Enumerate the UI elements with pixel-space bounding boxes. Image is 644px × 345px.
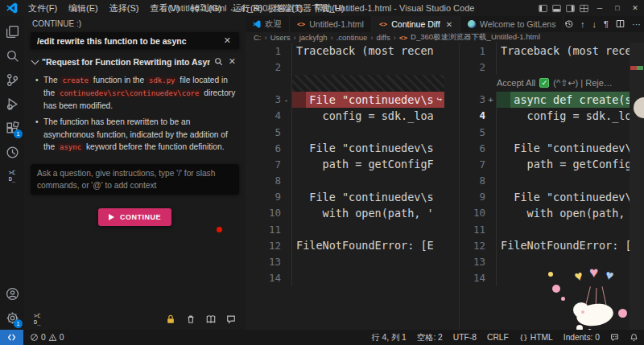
breadcrumb-item[interactable]: jackyfgh xyxy=(299,33,328,42)
code-text[interactable]: path = getConfigF xyxy=(496,156,638,172)
code-text[interactable]: FileNotFoundError: [E xyxy=(291,237,444,253)
tab-Continue Diff[interactable]: <>Continue Diff✕ xyxy=(372,16,460,32)
source-control-icon[interactable] xyxy=(0,68,24,92)
code-line[interactable]: 10 with open(path, ' xyxy=(246,205,459,221)
code-text[interactable]: File "continuedev\s xyxy=(496,140,638,156)
line-number[interactable]: 13 xyxy=(246,256,281,268)
line-number[interactable]: 1 xyxy=(246,45,281,57)
code-line[interactable]: 11 xyxy=(460,221,644,237)
line-number[interactable]: 10 xyxy=(460,207,485,219)
line-number[interactable]: 13 xyxy=(460,256,485,268)
line-number[interactable]: 3 xyxy=(246,93,281,105)
line-number[interactable]: 2 xyxy=(460,61,485,73)
code-line[interactable]: 8 xyxy=(460,173,644,189)
code-line[interactable]: 13 xyxy=(246,253,459,269)
history-clock-icon[interactable] xyxy=(0,140,24,164)
next-change-icon[interactable]: ↓ xyxy=(592,19,597,29)
magnifier-icon[interactable] xyxy=(214,57,223,66)
code-text[interactable] xyxy=(291,270,444,286)
line-number[interactable]: 4 xyxy=(460,109,485,121)
code-text[interactable] xyxy=(496,270,638,286)
accept-reject-codelens[interactable]: Accept All✓(^⇧↩) | Reje… xyxy=(460,78,613,88)
close-prompt-icon[interactable]: ✕ xyxy=(222,35,233,46)
breadcrumb-item[interactable]: .continue xyxy=(336,33,368,42)
code-text[interactable] xyxy=(496,173,638,189)
code-line[interactable]: 6 File "continuedev\s xyxy=(246,140,459,156)
line-number[interactable]: 5 xyxy=(246,126,281,138)
menu-item-4[interactable]: 转到(G) xyxy=(185,0,227,16)
line-number[interactable]: 5 xyxy=(460,126,485,138)
line-number[interactable]: 12 xyxy=(460,240,485,252)
line-number[interactable]: 8 xyxy=(460,175,485,187)
chat-input[interactable]: Ask a question, give instructions, type … xyxy=(31,164,239,195)
lock-icon[interactable] xyxy=(166,314,175,324)
code-text[interactable]: with open(path, ' xyxy=(496,205,638,221)
code-text[interactable] xyxy=(496,221,638,237)
line-number[interactable]: 4 xyxy=(246,109,281,121)
code-line[interactable]: 5 xyxy=(246,124,459,140)
close-section-icon[interactable]: ✕ xyxy=(227,56,237,67)
status-segment-行 4, 列 1[interactable]: 行 4, 列 1 xyxy=(371,332,407,343)
close-tab-icon[interactable]: ✕ xyxy=(446,20,452,29)
minimize-button[interactable]: ─ xyxy=(591,0,609,16)
code-text[interactable]: Traceback (most recen xyxy=(291,43,444,59)
tab-Untitled-1.html[interactable]: <>Untitled-1.html xyxy=(290,16,372,32)
code-text[interactable]: File "continuedev\s↪ xyxy=(291,92,444,108)
tab-欢迎[interactable]: 欢迎 xyxy=(246,16,290,32)
comment-icon[interactable] xyxy=(226,314,236,324)
code-line[interactable]: 2 xyxy=(460,59,644,75)
edit-prompt-card[interactable]: /edit rewrite this function to be async … xyxy=(31,32,239,49)
code-text[interactable] xyxy=(291,124,444,140)
code-line[interactable]: 6 File "continuedev\s xyxy=(460,140,644,156)
status-segment-UTF-8[interactable]: UTF-8 xyxy=(453,332,477,343)
problems-indicator[interactable]: 0 0 xyxy=(30,333,64,342)
breadcrumb-file[interactable]: D_360极速浏览器下载_Untitled-1.html xyxy=(411,32,540,43)
run-debug-icon[interactable] xyxy=(0,92,24,116)
account-icon[interactable] xyxy=(0,281,24,306)
whitespace-icon[interactable]: ¶ xyxy=(604,19,609,29)
code-line[interactable]: Accept All✓(^⇧↩) | Reje… xyxy=(460,75,644,91)
previous-change-icon[interactable]: ↑ xyxy=(580,19,585,29)
line-number[interactable]: 12 xyxy=(246,240,281,252)
code-line[interactable]: 7 path = getConfigF xyxy=(246,156,459,172)
line-number[interactable]: 9 xyxy=(246,191,281,203)
code-line[interactable]: 4 config = sdk._loa xyxy=(460,108,644,124)
menu-item-3[interactable]: 查看(V) xyxy=(144,0,185,16)
code-text[interactable] xyxy=(291,221,444,237)
menu-item-6[interactable]: 终端(T) xyxy=(268,0,308,16)
code-text[interactable]: File "continuedev\s xyxy=(291,140,444,156)
maximize-button[interactable]: □ xyxy=(609,0,626,16)
code-line[interactable]: 4 config = sdk._loa xyxy=(246,108,459,124)
code-line[interactable]: 9 File "continuedev\s xyxy=(460,189,644,205)
code-line[interactable]: 1Traceback (most recen xyxy=(460,43,644,59)
code-text[interactable] xyxy=(291,173,444,189)
code-line[interactable]: 12FileNotFoundError: [E xyxy=(460,237,644,253)
more-actions-icon[interactable]: ··· xyxy=(632,19,641,29)
search-icon[interactable] xyxy=(0,43,24,68)
code-text[interactable]: with open(path, ' xyxy=(291,205,444,221)
code-line[interactable]: 1Traceback (most recen xyxy=(246,43,459,59)
customize-layout-icon[interactable] xyxy=(577,0,591,16)
breadcrumb-item[interactable]: diffs xyxy=(376,33,390,42)
line-number[interactable]: 11 xyxy=(460,224,485,236)
status-segment-Indents: 0[interactable]: Indents: 0 xyxy=(564,332,600,343)
code-line[interactable]: 3+ async def create(se xyxy=(460,92,644,108)
code-line[interactable]: 14 xyxy=(246,270,459,286)
code-line[interactable]: 9 File "continuedev\s xyxy=(246,189,459,205)
feedback-icon[interactable] xyxy=(610,333,619,342)
code-text[interactable] xyxy=(291,253,444,269)
menu-item-5[interactable]: 运行(R) xyxy=(227,0,268,16)
line-number[interactable]: 8 xyxy=(246,175,281,187)
line-number[interactable]: 6 xyxy=(460,142,485,154)
code-text[interactable]: path = getConfigF xyxy=(291,156,444,172)
overview-ruler[interactable] xyxy=(630,43,644,330)
line-number[interactable]: 9 xyxy=(460,191,485,203)
extensions-icon[interactable]: 1 xyxy=(0,116,24,140)
code-text[interactable] xyxy=(291,59,444,75)
code-line[interactable]: 14 xyxy=(460,270,644,286)
revert-arrow-icon[interactable]: ↪ xyxy=(436,92,442,108)
code-line[interactable]: 7 path = getConfigF xyxy=(460,156,644,172)
status-segment-HTML[interactable]: {}HTML xyxy=(519,332,553,343)
breakpoint-icon[interactable] xyxy=(217,227,222,232)
line-number[interactable]: 11 xyxy=(246,224,281,236)
